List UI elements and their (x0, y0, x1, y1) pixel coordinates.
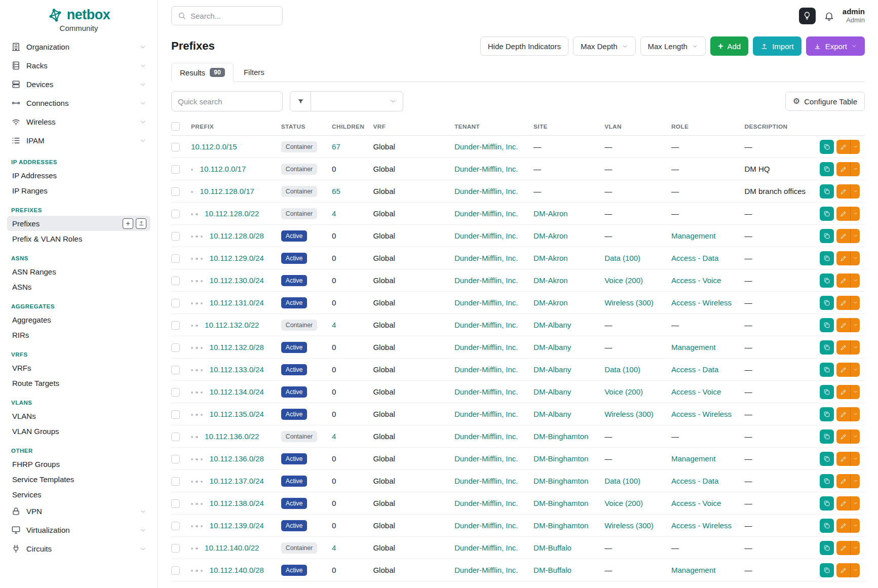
sidebar-item-aggregates[interactable]: Aggregates (7, 312, 150, 327)
site-link[interactable]: DM-Binghamton (533, 499, 588, 507)
role-link[interactable]: Management (671, 343, 716, 351)
prefix-link[interactable]: 10.112.140.0/22 (205, 543, 259, 552)
vlan-link[interactable]: Data (100) (604, 254, 640, 262)
prefix-link[interactable]: 10.112.0.0/17 (200, 165, 246, 173)
vlan-link[interactable]: Voice (200) (604, 387, 643, 396)
tenant-link[interactable]: Dunder-Mifflin, Inc. (454, 521, 518, 530)
vlan-link[interactable]: Wireless (300) (604, 521, 654, 530)
copy-button[interactable] (820, 452, 834, 466)
role-link[interactable]: Access - Wireless (671, 521, 732, 530)
role-link[interactable]: Management (671, 454, 716, 463)
row-checkbox[interactable] (171, 277, 180, 285)
sidebar-item-services[interactable]: Services (7, 487, 150, 502)
sidebar-menu-wireless[interactable]: Wireless (7, 112, 150, 131)
row-checkbox[interactable] (171, 143, 180, 151)
tenant-link[interactable]: Dunder-Mifflin, Inc. (454, 254, 518, 262)
export-dropdown-button[interactable]: Export (806, 36, 865, 56)
edit-button[interactable] (836, 251, 851, 265)
tenant-link[interactable]: Dunder-Mifflin, Inc. (454, 276, 518, 285)
vlan-link[interactable]: Data (100) (604, 365, 640, 374)
tenant-link[interactable]: Dunder-Mifflin, Inc. (454, 298, 518, 307)
add-button[interactable]: + Add (710, 36, 748, 56)
tab-results[interactable]: Results 90 (171, 63, 234, 82)
prefix-link[interactable]: 10.112.140.0/28 (210, 566, 264, 574)
row-checkbox[interactable] (171, 499, 180, 508)
tenant-link[interactable]: Dunder-Mifflin, Inc. (454, 410, 518, 418)
sidebar-menu-connections[interactable]: Connections (7, 94, 150, 112)
prefix-link[interactable]: 10.112.134.0/24 (210, 387, 264, 396)
hide-depth-indicators-button[interactable]: Hide Depth Indicators (480, 36, 568, 56)
row-checkbox[interactable] (171, 321, 180, 330)
sidebar-menu-organization[interactable]: Organization (7, 37, 150, 56)
site-link[interactable]: DM-Akron (533, 276, 568, 285)
site-link[interactable]: DM-Albany (533, 343, 571, 351)
edit-dropdown-button[interactable] (851, 452, 860, 466)
edit-dropdown-button[interactable] (851, 251, 860, 265)
sidebar-item-prefixes[interactable]: Prefixes+ (7, 216, 150, 231)
prefix-link[interactable]: 10.112.136.0/22 (205, 432, 259, 441)
site-link[interactable]: DM-Albany (533, 321, 571, 329)
tenant-link[interactable]: Dunder-Mifflin, Inc. (454, 543, 518, 552)
site-link[interactable]: DM-Binghamton (533, 454, 588, 463)
row-checkbox[interactable] (171, 477, 180, 486)
prefix-link[interactable]: 10.112.132.0/28 (210, 343, 264, 351)
row-checkbox[interactable] (171, 522, 180, 530)
prefix-link[interactable]: 10.112.132.0/22 (205, 321, 259, 329)
prefix-link[interactable]: 10.112.131.0/24 (210, 298, 264, 307)
configure-table-button[interactable]: ⚙ Configure Table (785, 92, 865, 111)
edit-button[interactable] (836, 385, 851, 399)
edit-dropdown-button[interactable] (851, 184, 860, 199)
copy-button[interactable] (820, 318, 834, 332)
header-status[interactable]: STATUS (281, 117, 332, 136)
row-checkbox[interactable] (171, 455, 180, 463)
sidebar-menu-circuits[interactable]: Circuits (7, 539, 150, 558)
copy-button[interactable] (820, 184, 834, 199)
max-depth-dropdown[interactable]: Max Depth (573, 36, 636, 56)
copy-button[interactable] (820, 519, 834, 533)
site-link[interactable]: DM-Albany (533, 387, 571, 396)
edit-dropdown-button[interactable] (851, 496, 860, 511)
role-link[interactable]: Access - Voice (671, 276, 721, 285)
tenant-link[interactable]: Dunder-Mifflin, Inc. (454, 566, 518, 574)
import-button[interactable]: Import (753, 36, 801, 56)
sidebar-item-fhrp-groups[interactable]: FHRP Groups (7, 456, 150, 472)
row-checkbox[interactable] (171, 299, 180, 307)
max-length-dropdown[interactable]: Max Length (640, 36, 706, 56)
prefix-link[interactable]: 10.112.139.0/24 (210, 521, 264, 530)
prefix-link[interactable]: 10.112.128.0/17 (200, 187, 254, 195)
copy-button[interactable] (820, 429, 834, 444)
search-input[interactable] (190, 12, 276, 20)
header-tenant[interactable]: TENANT (454, 117, 533, 136)
edit-dropdown-button[interactable] (851, 296, 860, 310)
role-link[interactable]: Access - Data (671, 477, 718, 485)
tenant-link[interactable]: Dunder-Mifflin, Inc. (454, 231, 518, 240)
prefix-link[interactable]: 10.112.128.0/28 (210, 231, 264, 240)
role-link[interactable]: Management (671, 566, 716, 574)
site-link[interactable]: DM-Akron (533, 298, 568, 307)
copy-button[interactable] (820, 207, 834, 221)
prefix-link[interactable]: 10.112.128.0/22 (205, 209, 259, 218)
tenant-link[interactable]: Dunder-Mifflin, Inc. (454, 321, 518, 329)
edit-dropdown-button[interactable] (851, 340, 860, 355)
row-checkbox[interactable] (171, 232, 180, 241)
copy-button[interactable] (820, 363, 834, 377)
edit-button[interactable] (836, 496, 851, 511)
site-link[interactable]: DM-Binghamton (533, 521, 588, 530)
notifications-button[interactable] (824, 11, 834, 21)
tenant-link[interactable]: Dunder-Mifflin, Inc. (454, 187, 518, 195)
quick-search-input[interactable] (171, 91, 283, 111)
copy-button[interactable] (820, 496, 834, 511)
site-link[interactable]: DM-Akron (533, 231, 568, 240)
edit-dropdown-button[interactable] (851, 162, 860, 176)
filter-select[interactable] (311, 91, 403, 111)
theme-toggle-button[interactable] (799, 8, 816, 24)
prefix-link[interactable]: 10.112.133.0/24 (210, 365, 264, 374)
header-prefix[interactable]: PREFIX (191, 117, 281, 136)
sidebar-item-vlan-groups[interactable]: VLAN Groups (7, 423, 150, 439)
vlan-link[interactable]: Data (100) (604, 477, 640, 485)
edit-button[interactable] (836, 541, 851, 555)
edit-button[interactable] (836, 184, 851, 199)
edit-dropdown-button[interactable] (851, 229, 860, 243)
tenant-link[interactable]: Dunder-Mifflin, Inc. (454, 477, 518, 485)
sidebar-menu-vpn[interactable]: VPN (7, 502, 150, 521)
